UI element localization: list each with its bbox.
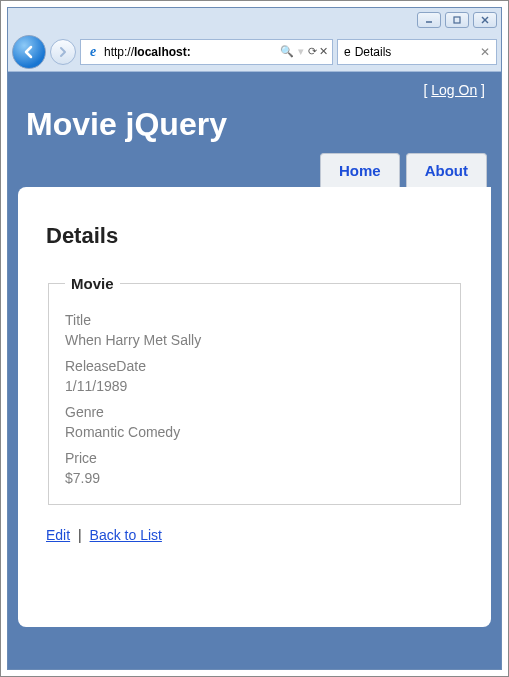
arrow-right-icon — [57, 46, 69, 58]
arrow-left-icon — [21, 44, 37, 60]
minimize-button[interactable] — [417, 12, 441, 28]
stop-icon[interactable]: ✕ — [319, 45, 328, 58]
logon-link[interactable]: Log On — [431, 82, 477, 98]
label-releasedate: ReleaseDate — [65, 358, 444, 374]
ie-icon: e — [344, 45, 351, 59]
movie-fieldset: Movie Title When Harry Met Sally Release… — [48, 275, 461, 505]
edit-link[interactable]: Edit — [46, 527, 70, 543]
maximize-icon — [452, 15, 462, 25]
label-price: Price — [65, 450, 444, 466]
address-bar-tools: 🔍 ▾ ⟳ ✕ — [280, 45, 328, 58]
logon-area: [ Log On ] — [18, 72, 491, 102]
nav-tab-home[interactable]: Home — [320, 153, 400, 187]
ie-icon: e — [85, 44, 101, 60]
value-releasedate: 1/11/1989 — [65, 378, 444, 394]
actions-divider: | — [78, 527, 82, 543]
minimize-icon — [424, 15, 434, 25]
app-frame: e http://localhost: 🔍 ▾ ⟳ ✕ e Details ✕ … — [0, 0, 509, 677]
label-title: Title — [65, 312, 444, 328]
forward-button[interactable] — [50, 39, 76, 65]
back-to-list-link[interactable]: Back to List — [90, 527, 162, 543]
maximize-button[interactable] — [445, 12, 469, 28]
tab-close-icon[interactable]: ✕ — [480, 45, 490, 59]
close-window-button[interactable] — [473, 12, 497, 28]
actions-row: Edit | Back to List — [46, 527, 463, 543]
value-genre: Romantic Comedy — [65, 424, 444, 440]
content-card: Details Movie Title When Harry Met Sally… — [18, 187, 491, 627]
close-icon — [480, 15, 490, 25]
refresh-icon[interactable]: ⟳ — [308, 45, 317, 58]
main-nav: Home About — [18, 143, 491, 187]
url-text: http://localhost: — [104, 45, 277, 59]
back-button[interactable] — [12, 35, 46, 69]
browser-window: e http://localhost: 🔍 ▾ ⟳ ✕ e Details ✕ … — [7, 7, 502, 670]
nav-tab-about[interactable]: About — [406, 153, 487, 187]
browser-nav-row: e http://localhost: 🔍 ▾ ⟳ ✕ e Details ✕ — [8, 32, 501, 72]
tab-title: Details — [355, 45, 476, 59]
fieldset-legend: Movie — [65, 275, 120, 292]
page-heading: Details — [46, 223, 463, 249]
value-title: When Harry Met Sally — [65, 332, 444, 348]
address-bar[interactable]: e http://localhost: 🔍 ▾ ⟳ ✕ — [80, 39, 333, 65]
site-title: Movie jQuery — [26, 106, 483, 143]
label-genre: Genre — [65, 404, 444, 420]
page-viewport: [ Log On ] Movie jQuery Home About Detai… — [8, 72, 501, 669]
svg-rect-1 — [454, 17, 460, 23]
value-price: $7.99 — [65, 470, 444, 486]
window-titlebar — [8, 8, 501, 32]
search-icon[interactable]: 🔍 — [280, 45, 294, 58]
browser-tab[interactable]: e Details ✕ — [337, 39, 497, 65]
